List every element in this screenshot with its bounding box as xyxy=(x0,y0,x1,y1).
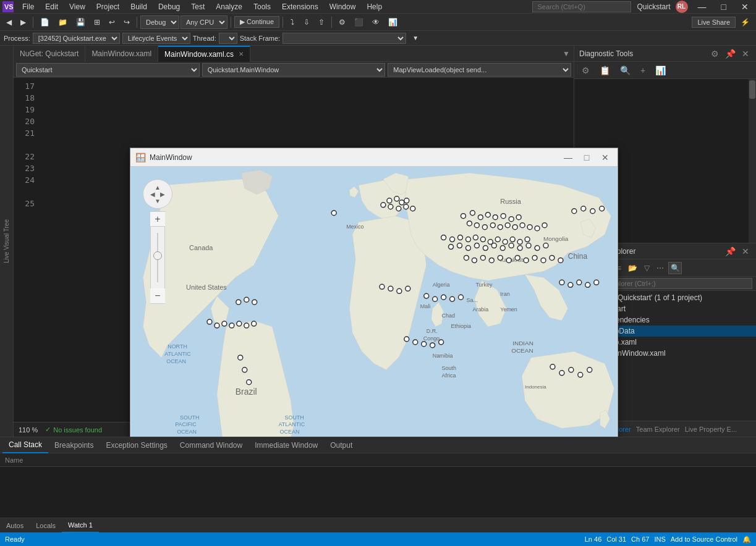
step-into-button[interactable]: ⇩ xyxy=(300,15,313,29)
forward-button[interactable]: ▶ xyxy=(17,15,30,29)
process-dropdown[interactable]: [32452] Quickstart.exe xyxy=(33,33,120,44)
bottom-tab-output[interactable]: Output xyxy=(324,437,359,453)
tab-mainwindow-xaml[interactable]: MainWindow.xaml xyxy=(85,46,158,62)
status-ln: Ln 46 xyxy=(585,536,602,543)
menu-window[interactable]: Window xyxy=(325,1,361,12)
menu-view[interactable]: View xyxy=(64,1,90,12)
menu-extensions[interactable]: Extensions xyxy=(277,1,323,12)
map-minimize-button[interactable]: — xyxy=(561,150,575,165)
scope-dropdown2[interactable]: Quickstart.MainWindow xyxy=(202,63,386,77)
step-out-button[interactable]: ⇧ xyxy=(315,15,328,29)
diag-btn-3[interactable]: 🔍 xyxy=(616,64,634,77)
continue-button[interactable]: ▶ Continue xyxy=(234,16,279,28)
stack-frame-dropdown[interactable] xyxy=(282,33,406,44)
sol-show-files-btn[interactable]: 📂 xyxy=(626,262,640,274)
nav-left[interactable]: ◀ xyxy=(150,191,155,198)
minimize-button[interactable]: — xyxy=(693,2,711,12)
nav-circle[interactable]: ▲ ◀ ▶ ▼ xyxy=(143,179,172,209)
map-close-button[interactable]: ✕ xyxy=(598,150,613,165)
back-button[interactable]: ◀ xyxy=(2,15,15,29)
local-tab-locals[interactable]: Locals xyxy=(30,518,62,533)
local-tab-watch1[interactable]: Watch 1 xyxy=(62,518,99,533)
diagnostic-close-icon[interactable]: ✕ xyxy=(740,49,751,59)
menu-build[interactable]: Build xyxy=(125,1,152,12)
thread-dropdown[interactable] xyxy=(219,33,237,44)
diag-btn-2[interactable]: 📋 xyxy=(596,64,614,77)
menu-file[interactable]: File xyxy=(17,1,39,12)
nav-up[interactable]: ▲ xyxy=(155,184,161,191)
diag-scrollbar[interactable] xyxy=(749,79,756,243)
sol-team-tab[interactable]: Team Explorer xyxy=(636,426,680,433)
solution-close-icon[interactable]: ✕ xyxy=(740,246,751,256)
bottom-tab-breakpoints[interactable]: Breakpoints xyxy=(48,437,100,453)
menu-analyze[interactable]: Analyze xyxy=(211,1,247,12)
solution-pin-icon[interactable]: 📌 xyxy=(723,246,737,256)
breakpoints-button[interactable]: ⬛ xyxy=(350,15,367,29)
svg-point-108 xyxy=(397,288,402,293)
sol-filter-btn[interactable]: ▽ xyxy=(642,262,652,274)
main-content: Live Visual Tree NuGet: Quickstart MainW… xyxy=(0,46,756,437)
sol-extra-btn[interactable]: ⋯ xyxy=(654,262,666,274)
undo-button[interactable]: ↩ xyxy=(105,15,119,29)
nav-right[interactable]: ▶ xyxy=(160,191,165,198)
svg-point-53 xyxy=(516,215,521,220)
zoom-slider[interactable] xyxy=(150,227,165,288)
extensions-button[interactable]: ⚡ xyxy=(737,15,754,29)
bottom-tab-callstack[interactable]: Call Stack xyxy=(2,437,48,453)
bottom-tab-exceptions[interactable]: Exception Settings xyxy=(100,437,173,453)
no-issues-status: ✓ No issues found xyxy=(45,426,102,434)
save-all-button[interactable]: ⊞ xyxy=(90,15,104,29)
menu-edit[interactable]: Edit xyxy=(40,1,63,12)
scope-dropdown3[interactable]: MapViewLoaded(object send... xyxy=(388,63,571,77)
sol-property-tab[interactable]: Live Property E... xyxy=(685,426,737,433)
svg-point-90 xyxy=(472,258,477,262)
diagnostics-button[interactable]: ⚙ xyxy=(335,15,349,29)
search-input[interactable] xyxy=(532,1,631,12)
map-maximize-button[interactable]: □ xyxy=(579,150,594,165)
close-button[interactable]: ✕ xyxy=(736,2,754,12)
diag-btn-4[interactable]: + xyxy=(637,64,649,77)
tab-close-button[interactable]: ✕ xyxy=(239,51,244,57)
step-over-button[interactable]: ⤵ xyxy=(286,15,299,29)
save-button[interactable]: 💾 xyxy=(72,15,89,29)
diagnostic-settings-icon[interactable]: ⚙ xyxy=(709,49,721,59)
diag-btn-5[interactable]: 📊 xyxy=(652,64,669,77)
bottom-tab-command[interactable]: Command Window xyxy=(174,437,248,453)
scope-dropdown1[interactable]: Quickstart xyxy=(16,63,200,77)
memory-button[interactable]: 📊 xyxy=(384,15,401,29)
map-svg[interactable]: Canada United States Brazil Russia Mongo… xyxy=(130,167,618,437)
local-tab-autos[interactable]: Autos xyxy=(0,518,30,533)
diagnostic-pin-icon[interactable]: 📌 xyxy=(723,49,737,59)
diag-btn-1[interactable]: ⚙ xyxy=(578,64,593,77)
status-notifications-icon[interactable]: 🔔 xyxy=(742,536,751,544)
stack-options-button[interactable]: ▼ xyxy=(409,32,422,45)
menu-tools[interactable]: Tools xyxy=(248,1,276,12)
cpu-dropdown[interactable]: Any CPU xyxy=(181,15,227,29)
bottom-tab-immediate[interactable]: Immediate Window xyxy=(248,437,324,453)
menu-project[interactable]: Project xyxy=(91,1,124,12)
svg-point-60 xyxy=(512,225,517,230)
map-body: Canada United States Brazil Russia Mongo… xyxy=(130,167,618,437)
open-button[interactable]: 📁 xyxy=(54,15,71,29)
zoom-in-button[interactable]: + xyxy=(150,212,165,227)
solution-search-btn[interactable]: 🔍 xyxy=(668,262,682,274)
new-file-button[interactable]: 📄 xyxy=(36,15,53,29)
tab-dropdown[interactable]: ▼ xyxy=(559,49,574,58)
maximize-button[interactable]: □ xyxy=(716,2,731,12)
nav-down[interactable]: ▼ xyxy=(155,198,161,204)
menu-debug[interactable]: Debug xyxy=(153,1,185,12)
debug-dropdown[interactable]: Debug xyxy=(140,15,179,29)
user-avatar[interactable]: RL xyxy=(676,1,688,13)
add-to-source-control[interactable]: Add to Source Control xyxy=(671,536,737,543)
menu-test[interactable]: Test xyxy=(186,1,210,12)
call-stack-name-col: Name xyxy=(5,456,23,464)
tab-nuget[interactable]: NuGet: Quickstart xyxy=(14,46,85,62)
lifecycle-dropdown[interactable]: Lifecycle Events xyxy=(122,33,190,44)
zoom-level[interactable]: 110 % xyxy=(19,426,38,434)
live-share-button[interactable]: Live Share xyxy=(692,17,736,28)
watch-button[interactable]: 👁 xyxy=(368,15,383,29)
tab-mainwindow-cs[interactable]: MainWindow.xaml.cs ✕ xyxy=(158,46,250,62)
redo-button[interactable]: ↪ xyxy=(120,15,134,29)
zoom-out-button[interactable]: − xyxy=(150,288,165,303)
menu-help[interactable]: Help xyxy=(362,1,387,12)
